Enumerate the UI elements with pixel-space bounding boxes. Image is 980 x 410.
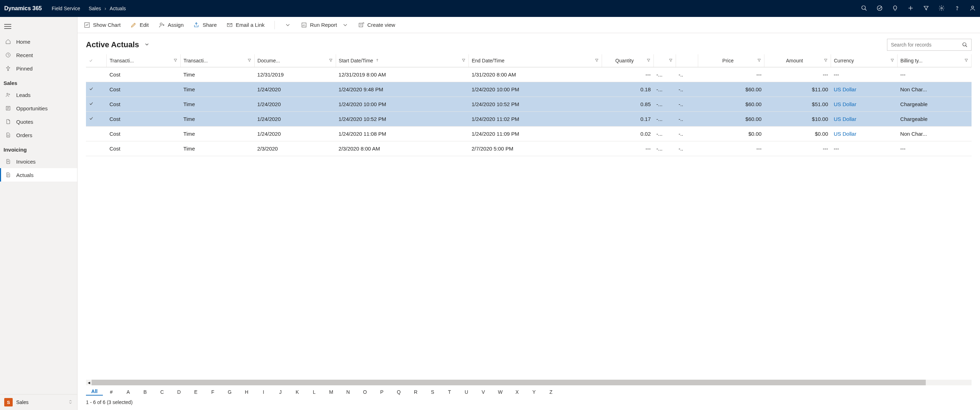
filter-icon[interactable]	[173, 58, 178, 64]
add-icon[interactable]	[907, 5, 914, 12]
col-transaction-type[interactable]: Transacti...	[107, 54, 181, 67]
col-amount[interactable]: Amount	[764, 54, 831, 67]
row-checkbox[interactable]	[86, 82, 107, 97]
filter-icon[interactable]	[461, 58, 466, 64]
sidebar-item-pinned[interactable]: Pinned	[0, 62, 77, 75]
alpha-k[interactable]: K	[289, 389, 306, 395]
sidebar-item-home[interactable]: Home	[0, 35, 77, 48]
cell-currency[interactable]: US Dollar	[831, 82, 897, 97]
email-link-button[interactable]: Email a Link	[226, 22, 264, 28]
show-chart-button[interactable]: Show Chart	[84, 22, 121, 28]
col-price[interactable]: Price	[698, 54, 764, 67]
filter-icon[interactable]	[668, 58, 673, 64]
cell-currency[interactable]: ---	[831, 141, 897, 156]
cell-currency[interactable]: ---	[831, 67, 897, 82]
task-icon[interactable]	[877, 5, 883, 12]
filter-icon[interactable]	[329, 58, 333, 64]
col-select-all[interactable]	[86, 54, 107, 67]
col-end-date[interactable]: End Date/Time	[469, 54, 602, 67]
share-button[interactable]: Share	[193, 22, 216, 28]
sidebar-item-orders[interactable]: Orders	[0, 128, 77, 142]
alpha-l[interactable]: L	[306, 389, 323, 395]
scroll-thumb[interactable]	[92, 380, 926, 385]
alpha-r[interactable]: R	[407, 389, 424, 395]
cell-currency[interactable]: US Dollar	[831, 112, 897, 126]
assign-button[interactable]: Assign	[159, 22, 183, 28]
cell-currency[interactable]: US Dollar	[831, 97, 897, 112]
alpha-d[interactable]: D	[170, 389, 188, 395]
alpha-v[interactable]: V	[475, 389, 492, 395]
breadcrumb-current[interactable]: Actuals	[110, 6, 126, 11]
col-billing-type[interactable]: Billing ty...	[897, 54, 972, 67]
filter-icon[interactable]	[247, 58, 251, 64]
alpha-s[interactable]: S	[424, 389, 441, 395]
col-currency[interactable]: Currency	[831, 54, 897, 67]
alpha-m[interactable]: M	[323, 389, 340, 395]
app-name-label[interactable]: Field Service	[52, 6, 80, 11]
search-icon[interactable]	[861, 5, 867, 12]
breadcrumb-root[interactable]: Sales	[89, 6, 101, 11]
alpha-q[interactable]: Q	[390, 389, 407, 395]
alpha-#[interactable]: #	[103, 389, 120, 395]
hamburger-button[interactable]	[0, 19, 77, 35]
row-checkbox[interactable]	[86, 141, 107, 156]
table-row[interactable]: CostTime12/31/201912/31/2019 8:00 AM1/31…	[86, 67, 972, 82]
col-start-date[interactable]: Start Date/Time	[336, 54, 469, 67]
alpha-b[interactable]: B	[137, 389, 154, 395]
edit-button[interactable]: Edit	[130, 22, 149, 28]
scroll-left-arrow[interactable]: ◂	[86, 380, 92, 385]
col-document-date[interactable]: Docume...	[255, 54, 336, 67]
search-input[interactable]	[891, 42, 962, 48]
filter-icon[interactable]	[595, 58, 599, 64]
sidebar-item-quotes[interactable]: Quotes	[0, 115, 77, 128]
filter-icon[interactable]	[964, 58, 968, 64]
alpha-o[interactable]: O	[356, 389, 374, 395]
row-checkbox[interactable]	[86, 112, 107, 126]
cell-currency[interactable]: US Dollar	[831, 126, 897, 141]
alpha-u[interactable]: U	[458, 389, 475, 395]
user-icon[interactable]	[969, 5, 976, 12]
table-row[interactable]: CostTime1/24/20201/24/2020 9:48 PM1/24/2…	[86, 82, 972, 97]
help-icon[interactable]	[954, 5, 960, 12]
horizontal-scrollbar[interactable]: ◂	[78, 379, 980, 386]
create-view-button[interactable]: Create view	[358, 22, 395, 28]
filter-icon[interactable]	[824, 58, 828, 64]
row-checkbox[interactable]	[86, 126, 107, 141]
table-row[interactable]: CostTime1/24/20201/24/2020 10:52 PM1/24/…	[86, 112, 972, 126]
filter-icon[interactable]	[890, 58, 894, 64]
area-switcher[interactable]: S Sales	[0, 394, 77, 410]
alpha-a[interactable]: A	[120, 389, 137, 395]
alpha-y[interactable]: Y	[526, 389, 542, 395]
alpha-j[interactable]: J	[272, 389, 289, 395]
alpha-n[interactable]: N	[340, 389, 356, 395]
settings-icon[interactable]	[939, 5, 945, 12]
filter-icon[interactable]	[757, 58, 761, 64]
table-row[interactable]: CostTime2/3/20202/3/2020 8:00 AM2/7/2020…	[86, 141, 972, 156]
alpha-h[interactable]: H	[238, 389, 255, 395]
row-checkbox[interactable]	[86, 97, 107, 112]
lightbulb-icon[interactable]	[892, 5, 898, 12]
alpha-f[interactable]: F	[204, 389, 221, 395]
sidebar-item-actuals[interactable]: Actuals	[0, 168, 77, 182]
alpha-c[interactable]: C	[154, 389, 170, 395]
col-unit2[interactable]	[676, 54, 698, 67]
row-checkbox[interactable]	[86, 67, 107, 82]
alpha-t[interactable]: T	[441, 389, 458, 395]
alpha-w[interactable]: W	[492, 389, 509, 395]
search-records-box[interactable]	[887, 39, 972, 51]
view-selector-dropdown[interactable]	[144, 41, 150, 48]
alpha-all[interactable]: All	[86, 389, 103, 396]
col-quantity[interactable]: Quantity	[602, 54, 654, 67]
alpha-e[interactable]: E	[188, 389, 204, 395]
sidebar-item-invoices[interactable]: Invoices	[0, 155, 77, 168]
table-row[interactable]: CostTime1/24/20201/24/2020 10:00 PM1/24/…	[86, 97, 972, 112]
email-link-dropdown[interactable]	[285, 22, 291, 28]
sidebar-item-recent[interactable]: Recent	[0, 48, 77, 62]
sidebar-item-leads[interactable]: Leads	[0, 88, 77, 102]
alpha-p[interactable]: P	[374, 389, 390, 395]
filter-icon[interactable]	[923, 5, 929, 12]
col-transaction-class[interactable]: Transacti...	[181, 54, 255, 67]
alpha-i[interactable]: I	[255, 389, 272, 395]
run-report-button[interactable]: Run Report	[301, 22, 348, 28]
grid-wrapper[interactable]: Transacti... Transacti... Docume... Star…	[78, 54, 980, 379]
